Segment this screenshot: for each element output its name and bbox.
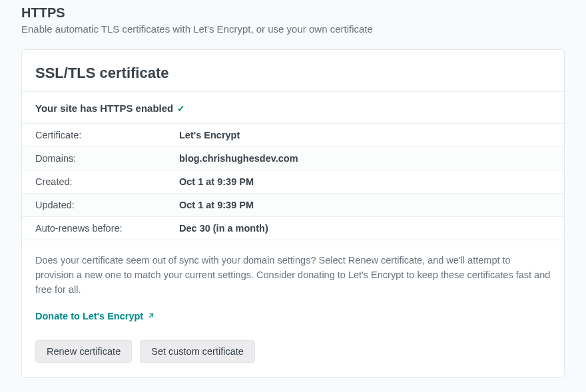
detail-value-domains: blog.chrishughesdev.com (166, 147, 564, 170)
https-status: Your site has HTTPS enabled ✓ (35, 102, 551, 114)
external-link-icon (147, 311, 155, 321)
detail-label-updated: Updated: (22, 194, 166, 217)
certificate-details-table: Certificate: Let's Encrypt Domains: blog… (22, 123, 564, 240)
detail-label-domains: Domains: (22, 147, 166, 170)
card-title: SSL/TLS certificate (35, 65, 551, 82)
detail-label-autorenew: Auto-renews before: (22, 217, 166, 240)
card-body: Does your certificate seem out of sync w… (22, 240, 564, 377)
renew-certificate-button[interactable]: Renew certificate (35, 340, 132, 363)
table-row: Created: Oct 1 at 9:39 PM (22, 170, 564, 194)
card-header: SSL/TLS certificate (22, 50, 564, 92)
detail-value-certificate: Let's Encrypt (166, 124, 564, 147)
svg-line-0 (150, 313, 153, 317)
page-subtitle: Enable automatic TLS certificates with L… (21, 23, 565, 35)
page-title: HTTPS (21, 5, 565, 21)
donate-link-text: Donate to Let's Encrypt (35, 311, 143, 321)
table-row: Auto-renews before: Dec 30 (in a month) (22, 217, 564, 240)
status-section: Your site has HTTPS enabled ✓ (22, 92, 564, 123)
page-header: HTTPS Enable automatic TLS certificates … (21, 0, 565, 35)
table-row: Domains: blog.chrishughesdev.com (22, 147, 564, 170)
status-text: Your site has HTTPS enabled (35, 102, 173, 114)
set-custom-certificate-button[interactable]: Set custom certificate (140, 340, 255, 363)
detail-value-autorenew: Dec 30 (in a month) (166, 217, 564, 240)
ssl-certificate-card: SSL/TLS certificate Your site has HTTPS … (21, 49, 565, 378)
detail-label-created: Created: (22, 170, 166, 194)
table-row: Updated: Oct 1 at 9:39 PM (22, 194, 564, 217)
check-icon: ✓ (177, 103, 185, 114)
button-row: Renew certificate Set custom certificate (35, 340, 551, 363)
table-row: Certificate: Let's Encrypt (22, 124, 564, 147)
detail-label-certificate: Certificate: (22, 124, 166, 147)
donate-link[interactable]: Donate to Let's Encrypt (35, 311, 155, 321)
description-text: Does your certificate seem out of sync w… (35, 254, 551, 297)
detail-value-created: Oct 1 at 9:39 PM (166, 170, 564, 194)
detail-value-updated: Oct 1 at 9:39 PM (166, 194, 564, 217)
